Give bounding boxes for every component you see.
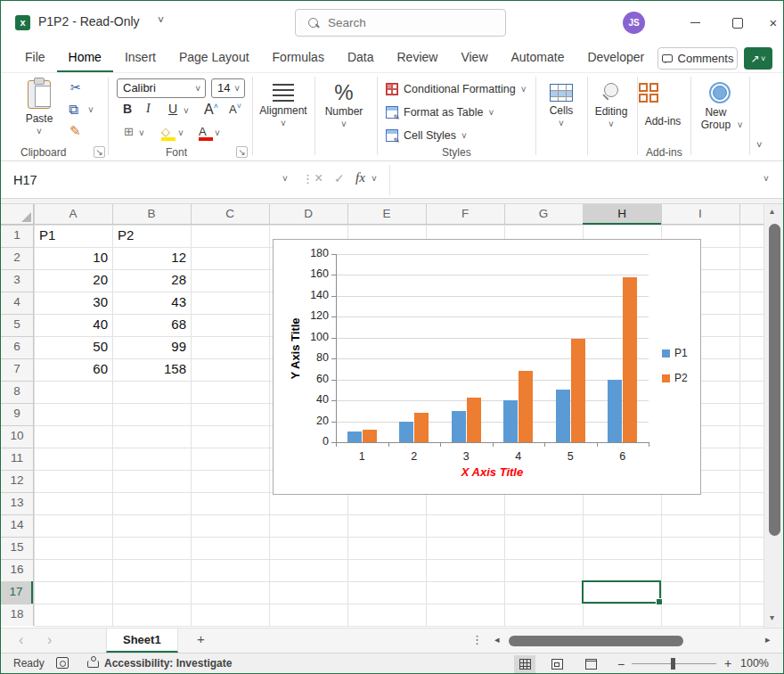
close-button[interactable]: × — [760, 12, 784, 34]
title-chevron-down-icon[interactable]: ˅ — [158, 14, 164, 27]
number-button[interactable]: % Number ˅ — [320, 80, 368, 130]
decrease-font-size-button[interactable]: A˅ — [229, 102, 241, 116]
search-input[interactable]: Search — [295, 9, 506, 37]
next-sheet-icon[interactable]: › — [47, 632, 52, 648]
row-header-14[interactable]: 14 — [1, 514, 33, 537]
tab-view[interactable]: View — [449, 44, 499, 72]
fill-color-chevron-down-icon[interactable]: ˅ — [178, 128, 184, 138]
bar-P1-cat4[interactable] — [503, 400, 518, 442]
cell-B4[interactable]: 43 — [113, 292, 191, 314]
copy-chevron-down-icon[interactable]: ˅ — [88, 105, 94, 115]
scroll-down-icon[interactable]: ▾ — [770, 612, 774, 622]
cell-A7[interactable]: 60 — [35, 358, 112, 381]
bar-P1-cat1[interactable] — [347, 432, 362, 442]
comments-button[interactable]: Comments — [657, 47, 738, 70]
prev-sheet-icon[interactable]: ‹ — [19, 632, 23, 648]
minimize-button[interactable] — [682, 12, 708, 34]
bar-P1-cat2[interactable] — [399, 422, 413, 442]
row-header-12[interactable]: 12 — [1, 470, 33, 492]
alignment-button[interactable]: Alignment ˅ — [259, 80, 307, 129]
font-name-select[interactable]: Calibri ˅ — [117, 78, 206, 98]
font-color-button[interactable]: A — [199, 125, 207, 138]
cut-icon[interactable]: ✂ — [70, 80, 81, 95]
conditional-formatting-button[interactable]: Conditional Formatting ˅ — [386, 80, 527, 98]
scroll-up-icon[interactable]: ▴ — [770, 206, 774, 216]
column-header-C[interactable]: C — [191, 204, 269, 225]
cell-B2[interactable]: 12 — [113, 247, 191, 269]
horizontal-scrollbar-thumb[interactable] — [509, 636, 683, 646]
column-header-H[interactable]: H — [583, 204, 661, 225]
format-painter-icon[interactable]: ✎ — [69, 123, 81, 139]
select-all-corner[interactable] — [1, 204, 34, 225]
cell-styles-button[interactable]: Cell Styles ˅ — [386, 127, 467, 144]
cell-B6[interactable]: 99 — [113, 336, 191, 358]
bar-P2-cat5[interactable] — [571, 339, 585, 442]
bar-P2-cat2[interactable] — [414, 413, 429, 442]
normal-view-button[interactable] — [514, 655, 535, 673]
cell-B1[interactable]: P2 — [113, 225, 191, 247]
increase-font-size-button[interactable]: A˄ — [204, 102, 218, 118]
column-header-F[interactable]: F — [426, 204, 504, 225]
row-header-6[interactable]: 6 — [1, 336, 33, 358]
row-header-4[interactable]: 4 — [1, 292, 33, 314]
confirm-entry-icon[interactable]: ✓ — [334, 171, 345, 185]
bar-P2-cat4[interactable] — [519, 371, 533, 442]
legend-item-P1[interactable]: P1 — [662, 347, 688, 359]
embedded-bar-chart[interactable]: 020406080100120140160180123456X Axis Tit… — [273, 239, 701, 495]
legend-item-P2[interactable]: P2 — [662, 372, 688, 384]
row-header-15[interactable]: 15 — [1, 537, 33, 559]
column-header-E[interactable]: E — [347, 204, 426, 225]
zoom-slider-thumb[interactable] — [671, 658, 675, 670]
zoom-in-button[interactable]: + — [724, 656, 731, 670]
font-dialog-launcher[interactable]: ↘ — [236, 146, 248, 158]
formula-input[interactable] — [389, 165, 772, 195]
page-break-view-button[interactable] — [580, 655, 601, 673]
user-avatar[interactable]: JS — [623, 12, 645, 34]
share-button[interactable]: ↗ ˅ — [744, 47, 772, 70]
copy-icon[interactable]: ⧉ — [69, 102, 78, 118]
vertical-scrollbar-thumb[interactable] — [769, 224, 780, 536]
tab-formulas[interactable]: Formulas — [261, 44, 336, 72]
underline-button[interactable]: U — [168, 102, 177, 116]
bar-P2-cat3[interactable] — [467, 398, 481, 442]
cell-B3[interactable]: 28 — [113, 269, 191, 292]
insert-function-icon[interactable]: fx — [355, 170, 365, 185]
sheet-bar-dots-icon[interactable]: ⋮ — [471, 633, 483, 646]
tab-data[interactable]: Data — [336, 44, 386, 72]
column-header-A[interactable]: A — [34, 204, 112, 225]
cell-A5[interactable]: 40 — [35, 314, 112, 336]
new-group-button[interactable]: New Group ˅ — [694, 80, 746, 131]
cell-A3[interactable]: 20 — [35, 269, 112, 292]
cell-A6[interactable]: 50 — [35, 336, 112, 358]
tab-page-layout[interactable]: Page Layout — [167, 44, 261, 72]
row-header-18[interactable]: 18 — [1, 604, 33, 626]
fill-color-button[interactable]: ◇ — [161, 125, 170, 138]
column-header-D[interactable]: D — [269, 204, 347, 225]
row-header-16[interactable]: 16 — [1, 559, 33, 581]
format-as-table-button[interactable]: Format as Table ˅ — [386, 103, 494, 121]
paste-button[interactable]: Paste ˅ — [19, 78, 60, 144]
row-header-11[interactable]: 11 — [1, 448, 33, 470]
sheet-tab-sheet1[interactable]: Sheet1 — [106, 629, 178, 653]
row-header-10[interactable]: 10 — [1, 425, 33, 448]
column-header-I[interactable]: I — [661, 204, 739, 225]
add-sheet-button[interactable]: + — [197, 631, 205, 646]
bar-P2-cat1[interactable] — [363, 430, 377, 442]
cell-B5[interactable]: 68 — [113, 314, 191, 336]
fx-chevron-down-icon[interactable]: ˅ — [372, 174, 377, 184]
cells-button[interactable]: Cells ˅ — [537, 80, 585, 129]
zoom-level[interactable]: 100% — [740, 657, 769, 670]
bar-P1-cat6[interactable] — [608, 380, 622, 442]
formula-bar-expand-chevron-icon[interactable]: ˅ — [764, 174, 769, 184]
tab-file[interactable]: File — [13, 44, 57, 72]
font-size-select[interactable]: 14 ˅ — [211, 78, 245, 98]
tab-review[interactable]: Review — [386, 44, 450, 72]
accessibility-status[interactable]: Accessibility: Investigate — [104, 657, 232, 670]
font-color-chevron-down-icon[interactable]: ˅ — [215, 128, 220, 138]
editing-button[interactable]: Editing ˅ — [587, 80, 635, 130]
tab-automate[interactable]: Automate — [500, 44, 576, 72]
tab-insert[interactable]: Insert — [113, 44, 167, 72]
hscroll-right-icon[interactable]: ▸ — [765, 634, 771, 645]
tab-developer[interactable]: Developer — [576, 44, 656, 72]
row-header-5[interactable]: 5 — [1, 314, 33, 336]
